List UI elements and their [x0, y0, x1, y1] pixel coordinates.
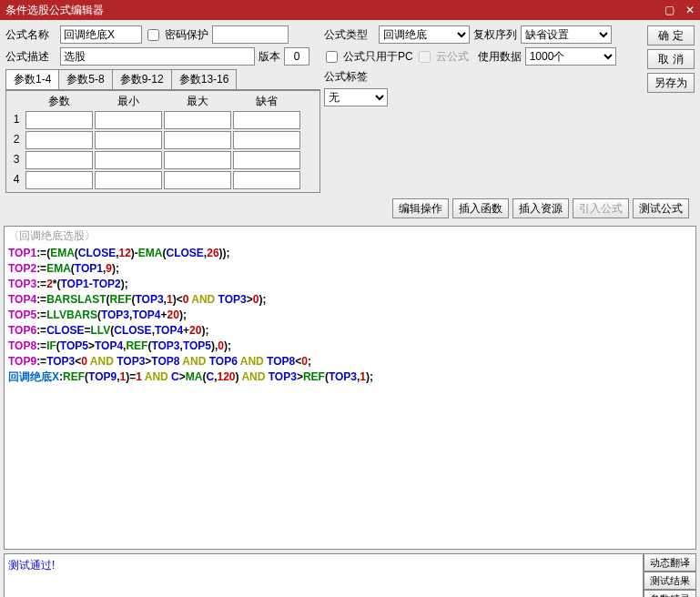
- param-input[interactable]: [233, 171, 300, 189]
- param-input[interactable]: [25, 171, 93, 189]
- insert-fn-button[interactable]: 插入函数: [452, 198, 509, 218]
- param-input[interactable]: [233, 151, 300, 169]
- param-input[interactable]: [164, 171, 231, 189]
- use-data-select[interactable]: 1000个: [525, 47, 616, 66]
- pwd-protect-checkbox[interactable]: [147, 29, 159, 41]
- param-input[interactable]: [164, 131, 231, 149]
- insert-res-button[interactable]: 插入资源: [512, 198, 569, 218]
- tab-params-1-4[interactable]: 参数1-4: [5, 69, 59, 89]
- version-input[interactable]: [284, 47, 309, 66]
- pc-only-label: 公式只用于PC: [343, 49, 413, 65]
- formula-desc-label: 公式描述: [5, 49, 56, 65]
- cloud-checkbox: [419, 51, 431, 63]
- param-row: 2: [8, 130, 318, 150]
- message-area: 测试通过!: [4, 553, 644, 597]
- code-editor[interactable]: 〈回调绝底选股〉 TOP1:=(EMA(CLOSE,12)-EMA(CLOSE,…: [4, 226, 696, 550]
- pwd-protect-label: 密码保护: [165, 27, 208, 43]
- param-input[interactable]: [95, 171, 162, 189]
- cancel-button[interactable]: 取 消: [647, 49, 695, 69]
- code-body[interactable]: TOP1:=(EMA(CLOSE,12)-EMA(CLOSE,26)); TOP…: [5, 246, 695, 385]
- param-row: 4: [8, 170, 318, 190]
- param-input[interactable]: [233, 111, 300, 129]
- pc-only-checkbox[interactable]: [326, 51, 338, 63]
- tab-params-13-16[interactable]: 参数13-16: [171, 69, 238, 89]
- minimize-icon[interactable]: ▢: [664, 4, 675, 16]
- test-result-button[interactable]: 测试结果: [644, 572, 696, 590]
- test-formula-button[interactable]: 测试公式: [633, 198, 689, 218]
- close-icon[interactable]: ✕: [685, 4, 695, 16]
- param-input[interactable]: [25, 131, 93, 149]
- formula-type-select[interactable]: 回调绝底: [379, 25, 470, 44]
- weight-seq-label: 复权序列: [473, 27, 517, 43]
- edit-op-button[interactable]: 编辑操作: [392, 198, 449, 218]
- param-input[interactable]: [25, 111, 93, 129]
- param-wizard-button[interactable]: 参数精灵: [644, 590, 696, 597]
- titlebar: 条件选股公式编辑器 ▢ ✕: [0, 0, 700, 20]
- param-row: 1: [8, 110, 318, 130]
- ok-button[interactable]: 确 定: [647, 25, 695, 46]
- param-input[interactable]: [25, 151, 93, 169]
- code-title: 〈回调绝底选股〉: [5, 227, 695, 246]
- use-data-label: 使用数据: [478, 49, 522, 65]
- pwd-input[interactable]: [212, 25, 289, 44]
- formula-tag-select[interactable]: 无: [324, 88, 388, 106]
- param-grid: 参数 最小 最大 缺省 1 2 3 4: [5, 90, 320, 193]
- param-input[interactable]: [95, 151, 162, 169]
- param-row: 3: [8, 150, 318, 170]
- version-label: 版本: [259, 49, 280, 65]
- formula-tag-label: 公式标签: [324, 69, 375, 85]
- window-title: 条件选股公式编辑器: [5, 3, 104, 18]
- param-header-name: 参数: [25, 93, 94, 110]
- param-tabs: 参数1-4 参数5-8 参数9-12 参数13-16: [5, 69, 320, 90]
- param-header-max: 最大: [163, 93, 232, 110]
- tab-params-5-8[interactable]: 参数5-8: [58, 69, 112, 89]
- formula-desc-input[interactable]: [60, 47, 255, 66]
- dyn-trans-button[interactable]: 动态翻译: [644, 553, 696, 572]
- param-header-min: 最小: [94, 93, 163, 110]
- formula-name-input[interactable]: [60, 25, 142, 44]
- param-input[interactable]: [95, 111, 162, 129]
- tab-params-9-12[interactable]: 参数9-12: [112, 69, 172, 89]
- cloud-label: 云公式: [436, 49, 469, 65]
- save-as-button[interactable]: 另存为: [647, 73, 695, 93]
- formula-name-label: 公式名称: [5, 27, 56, 43]
- param-input[interactable]: [233, 131, 300, 149]
- param-input[interactable]: [95, 131, 162, 149]
- param-header-default: 缺省: [232, 93, 301, 110]
- formula-type-label: 公式类型: [324, 27, 375, 43]
- weight-seq-select[interactable]: 缺省设置: [521, 25, 612, 44]
- import-formula-button[interactable]: 引入公式: [573, 198, 629, 218]
- param-input[interactable]: [164, 111, 231, 129]
- param-input[interactable]: [164, 151, 231, 169]
